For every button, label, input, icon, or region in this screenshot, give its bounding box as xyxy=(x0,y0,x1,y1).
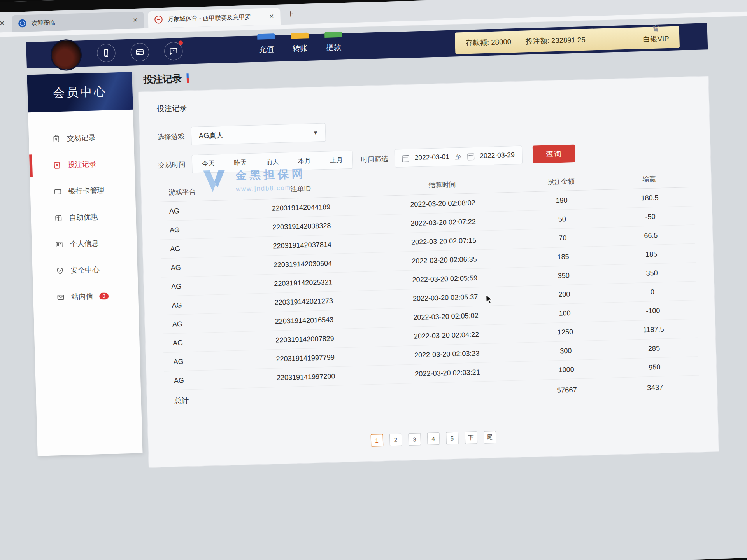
bet-records-panel: 投注记录 选择游戏 AG真人 ▼ 交易时间 xyxy=(138,76,719,468)
member-sidebar: 会员中心 交易记录 投注记录 xyxy=(27,72,142,456)
coupon-icon xyxy=(54,214,63,222)
tab-peek-blue xyxy=(257,33,275,40)
phone-icon xyxy=(101,48,111,58)
tab-close-icon[interactable]: ✕ xyxy=(269,13,274,20)
notification-dot xyxy=(179,40,183,45)
sidebar-item-bank-cards[interactable]: 银行卡管理 xyxy=(30,176,136,205)
tab-title: 万象城体育 - 西甲联赛及意甲罗 xyxy=(167,13,264,23)
sidebar-item-profile[interactable]: 个人信息 xyxy=(32,229,137,258)
calendar-icon xyxy=(402,155,409,162)
section-label: 投注记录 xyxy=(156,89,691,114)
sidebar-header: 会员中心 xyxy=(27,72,133,112)
sidebar-item-label: 银行卡管理 xyxy=(68,186,104,196)
bank-card-icon xyxy=(53,187,62,196)
new-tab-button[interactable]: + xyxy=(288,8,294,20)
bet-amount: 投注额: 232891.25 xyxy=(526,35,586,46)
customer-service-button[interactable] xyxy=(164,42,183,61)
page-title: 投注记录 xyxy=(143,72,182,86)
header-settle-time: 结算时间 xyxy=(367,178,517,191)
text-cursor-icon xyxy=(186,74,189,83)
sidebar-item-label: 投注记录 xyxy=(67,159,96,170)
bet-records-table: 游戏平台 注单ID 结算时间 投注金额 输赢 AG220319142044189… xyxy=(159,169,700,412)
page-last-button[interactable]: 尾 xyxy=(483,431,496,444)
balance-panel: 存款额: 28000 投注额: 232891.25 ♛ 白银VIP xyxy=(455,26,680,54)
navbar-links: 充值 转账 提款 xyxy=(259,40,342,55)
deposit-amount: 存款额: 28000 xyxy=(465,37,511,48)
page-next-button[interactable]: 下 xyxy=(465,431,477,444)
date-from-input[interactable]: 2022-03-01 xyxy=(414,153,449,162)
sidebar-item-label: 个人信息 xyxy=(70,238,99,249)
mouse-cursor-icon xyxy=(485,294,494,304)
time-filter-label: 交易时间 xyxy=(158,159,186,170)
crown-icon: ♛ xyxy=(652,24,660,34)
chevron-down-icon: ▼ xyxy=(313,130,318,136)
deposit-label: 存款额: xyxy=(465,38,489,47)
document-icon xyxy=(53,161,61,169)
sidebar-item-promotions[interactable]: 自助优惠 xyxy=(31,203,137,232)
nav-withdraw-label: 提款 xyxy=(326,43,342,52)
quick-lastmonth-button[interactable]: 上月 xyxy=(320,151,353,170)
bank-card-button[interactable] xyxy=(130,43,149,62)
quick-thismonth-button[interactable]: 本月 xyxy=(288,152,321,170)
total-label: 总计 xyxy=(165,394,240,406)
sidebar-item-label: 交易记录 xyxy=(67,133,96,143)
quick-yesterday-button[interactable]: 昨天 xyxy=(224,154,257,172)
bank-card-icon xyxy=(135,47,145,57)
chat-icon xyxy=(168,46,178,56)
page-button-5[interactable]: 5 xyxy=(446,432,459,445)
clipboard-icon xyxy=(52,134,60,143)
quick-daybefore-button[interactable]: 前天 xyxy=(256,152,289,171)
vip-level[interactable]: ♛ 白银VIP xyxy=(643,32,669,44)
page-button-3[interactable]: 3 xyxy=(408,433,421,446)
sidebar-item-bet-records[interactable]: 投注记录 xyxy=(29,150,135,179)
globe-favicon-icon xyxy=(18,19,26,27)
bet-label: 投注额: xyxy=(526,37,549,45)
page-button-4[interactable]: 4 xyxy=(427,432,440,445)
quick-today-button[interactable]: 今天 xyxy=(192,154,225,173)
range-filter-label: 时间筛选 xyxy=(361,154,388,164)
main-content: 投注记录 投注记录 选择游戏 AG真人 ▼ xyxy=(138,56,719,468)
tab-close-icon[interactable]: ✕ xyxy=(133,16,138,24)
shield-check-icon xyxy=(56,266,64,275)
sidebar-item-messages[interactable]: 站内信 0 xyxy=(33,282,139,311)
header-winloss: 输赢 xyxy=(605,173,693,185)
sidebar-title: 会员中心 xyxy=(53,83,107,101)
sidebar-item-label: 自助优惠 xyxy=(69,212,98,222)
page-button-1[interactable]: 1 xyxy=(370,434,383,447)
tab-peek-green xyxy=(324,32,342,38)
nav-withdraw[interactable]: 提款 xyxy=(326,40,342,53)
nav-transfer-label: 转账 xyxy=(292,44,308,53)
date-to-input[interactable]: 2022-03-29 xyxy=(480,151,515,160)
header-bet-amount: 投注金额 xyxy=(517,176,605,187)
nav-recharge-label: 充值 xyxy=(259,45,274,54)
nav-transfer[interactable]: 转账 xyxy=(292,41,308,54)
sidebar-item-label: 站内信 xyxy=(71,291,93,301)
pagination: 1 2 3 4 5 下 尾 xyxy=(166,425,700,452)
seal-favicon-icon xyxy=(154,16,163,24)
bet-value: 232891.25 xyxy=(551,36,586,45)
game-select-label: 选择游戏 xyxy=(157,131,185,142)
page: 充值 转账 提款 存款额: 28000 xyxy=(0,16,747,560)
date-to-separator: 至 xyxy=(455,152,462,161)
sidebar-item-transactions[interactable]: 交易记录 xyxy=(28,123,134,152)
search-button[interactable]: 查询 xyxy=(533,145,575,163)
sidebar-item-security[interactable]: 安全中心 xyxy=(32,256,138,285)
tab-peek-yellow xyxy=(291,33,309,39)
vip-label: 白银VIP xyxy=(643,35,669,43)
date-range-picker: 2022-03-01 至 2022-03-29 xyxy=(394,145,523,168)
page-button-2[interactable]: 2 xyxy=(389,434,402,446)
total-bet-value: 57667 xyxy=(523,385,611,396)
unread-badge: 0 xyxy=(99,292,109,299)
mobile-app-button[interactable] xyxy=(97,44,116,63)
total-winloss-value: 3437 xyxy=(611,382,699,393)
site-logo[interactable] xyxy=(50,39,82,71)
game-select[interactable]: AG真人 ▼ xyxy=(191,123,326,145)
sidebar-item-label: 安全中心 xyxy=(70,265,100,275)
calendar-icon xyxy=(467,153,474,160)
header-bet-id: 注单ID xyxy=(234,182,368,195)
game-select-value: AG真人 xyxy=(198,130,224,140)
nav-recharge[interactable]: 充值 xyxy=(259,42,274,55)
monitor-screen: ✕ 欢迎莅临 ✕ 万象城体育 - 西甲联赛及意甲罗 ✕ + xyxy=(0,0,747,560)
deposit-value: 28000 xyxy=(491,38,511,46)
close-icon[interactable]: ✕ xyxy=(0,19,5,28)
